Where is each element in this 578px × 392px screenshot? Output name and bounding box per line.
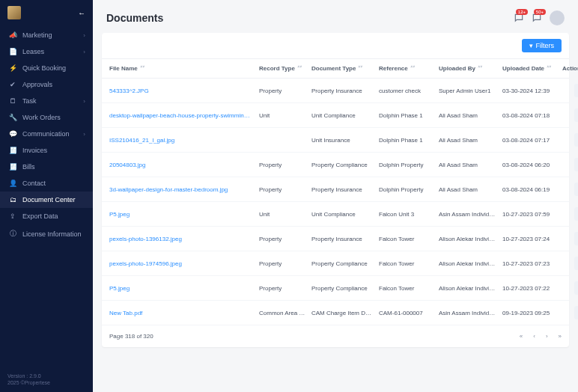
cell-actions: ⬇ (562, 281, 578, 295)
cell-document-type: Unit Insurance (311, 137, 379, 144)
avatar[interactable] (550, 10, 565, 25)
cell-reference: Falcon Unit 3 (379, 211, 439, 218)
sidebar-item-marketing[interactable]: 📣Marketing› (0, 27, 93, 43)
file-name-link[interactable]: pexels-photo-1396132.jpeg (109, 236, 259, 242)
sidebar-item-approvals[interactable]: ✔Approvals (0, 76, 93, 93)
documents-panel: ▾ Filters File Name˄˅ Record Type˄˅ Docu… (102, 33, 569, 347)
table-row: desktop-wallpaper-beach-house-property-s… (102, 103, 569, 128)
sidebar-item-quick-booking[interactable]: ⚡Quick Booking (0, 60, 93, 76)
cell-uploaded-date: 10-27-2023 07:22 (502, 285, 562, 292)
cell-actions: ⬇ (562, 306, 578, 319)
sidebar-item-work-orders[interactable]: 🔧Work Orders (0, 109, 93, 126)
cell-record-type: Common Area Maint… (259, 310, 311, 316)
cell-uploaded-by: Asin Assam Individ… (439, 211, 502, 218)
file-name-link[interactable]: 20504803.jpg (109, 162, 259, 168)
sidebar-item-leases[interactable]: 📄Leases› (0, 43, 93, 60)
sidebar-item-invoices[interactable]: 🧾Invoices (0, 142, 93, 159)
last-page-button[interactable]: » (559, 333, 562, 340)
download-button[interactable]: ⬇ (574, 84, 578, 97)
col-uploaded-date[interactable]: Uploaded Date˄˅ (502, 65, 562, 72)
cell-uploaded-by: Ali Asad Sham (439, 137, 502, 144)
cell-uploaded-date: 03-08-2024 07:18 (502, 112, 562, 119)
sidebar-item-license-information[interactable]: ⓘLicense Information (0, 224, 93, 243)
download-button[interactable]: ⬇ (574, 108, 578, 122)
file-name-link[interactable]: 3d-wallpaper-design-for-master-bedroom.j… (109, 186, 259, 193)
sort-icon: ˄˅ (478, 66, 482, 72)
file-name-link[interactable]: New Tab.pdf (109, 310, 259, 316)
download-button[interactable]: ⬇ (574, 207, 578, 221)
table-row: pexels-photo-1396132.jpegPropertyPropert… (102, 227, 569, 251)
table-row: 3d-wallpaper-design-for-master-bedroom.j… (102, 177, 569, 202)
cell-uploaded-by: Alison Alekar Indivi… (439, 260, 502, 267)
nav-label: Quick Booking (22, 64, 66, 72)
cell-uploaded-date: 03-08-2024 07:17 (502, 137, 562, 144)
cell-reference: Dolphin Phase 1 (379, 137, 439, 144)
sidebar-item-document-center[interactable]: 🗂Document Center (0, 192, 93, 208)
file-name-link[interactable]: pexels-photo-1974596.jpeg (109, 260, 259, 267)
cell-record-type: Unit (259, 112, 311, 119)
cell-reference: Falcon Tower (379, 236, 439, 242)
cell-document-type: Property Insurance (311, 88, 379, 94)
collapse-sidebar-button[interactable]: ← (78, 9, 85, 17)
table-row: ISS210416_21_l_gal.jpgUnit InsuranceDolp… (102, 128, 569, 153)
cell-record-type: Property (259, 236, 311, 242)
first-page-button[interactable]: « (520, 333, 523, 340)
nav-icon: 🧾 (7, 147, 18, 154)
file-name-link[interactable]: ISS210416_21_l_gal.jpg (109, 137, 259, 144)
nav-icon: 🗒 (7, 97, 18, 105)
file-name-link[interactable]: P5.jpeg (109, 211, 259, 218)
cell-record-type: Property (259, 260, 311, 267)
cell-document-type: CAM Charge Item Do… (311, 310, 379, 316)
page-info: Page 318 of 320 (109, 333, 153, 340)
table-row: New Tab.pdfCommon Area Maint…CAM Charge … (102, 301, 569, 325)
sidebar-item-bills[interactable]: 🧾Bills (0, 159, 93, 175)
nav-icon: 💬 (7, 130, 18, 138)
alert-badge: 50+ (534, 9, 546, 15)
cell-reference: customer check (379, 88, 439, 94)
download-button[interactable]: ⬇ (574, 306, 578, 319)
sidebar-item-task[interactable]: 🗒Task› (0, 93, 93, 109)
documents-table: File Name˄˅ Record Type˄˅ Document Type˄… (102, 59, 569, 325)
col-uploaded-by[interactable]: Uploaded By˄˅ (439, 65, 502, 72)
chat-notifications-icon[interactable]: 12+ (514, 13, 524, 23)
filters-button[interactable]: ▾ Filters (522, 39, 562, 52)
sidebar-item-communication[interactable]: 💬Communication› (0, 126, 93, 142)
filters-label: Filters (536, 42, 555, 49)
file-name-link[interactable]: P5.jpeg (109, 285, 259, 292)
cell-document-type: Property Insurance (311, 236, 379, 242)
nav-label: Communication (22, 130, 70, 138)
col-document-type[interactable]: Document Type˄˅ (311, 65, 379, 72)
sidebar-item-export-data[interactable]: ⇪Export Data (0, 208, 93, 224)
cell-actions: ⬇ (562, 257, 578, 270)
cell-uploaded-by: Ali Asad Sham (439, 186, 502, 193)
download-button[interactable]: ⬇ (574, 158, 578, 171)
cell-reference: Falcon Tower (379, 285, 439, 292)
download-button[interactable]: ⬇ (574, 133, 578, 147)
cell-actions: ⬇ (562, 207, 578, 221)
nav-label: Leases (22, 48, 44, 55)
alert-notifications-icon[interactable]: 50+ (532, 13, 542, 23)
nav-label: Document Center (22, 196, 76, 203)
cell-actions: ⬇ (562, 183, 578, 196)
header: Documents 12+ 50+ (93, 0, 578, 33)
sidebar-item-contact[interactable]: 👤Contact (0, 175, 93, 192)
cell-reference: Dolphin Property (379, 186, 439, 193)
cell-document-type: Unit Compliance (311, 112, 379, 119)
nav-icon: 🗂 (7, 196, 18, 203)
version-text: Version : 2.9.0 (7, 373, 85, 379)
sort-icon: ˄˅ (297, 66, 302, 72)
cell-record-type: Unit (259, 211, 311, 218)
cell-record-type: Property (259, 88, 311, 94)
col-file-name[interactable]: File Name˄˅ (109, 65, 259, 72)
download-button[interactable]: ⬇ (574, 257, 578, 270)
file-name-link[interactable]: 543333^2.JPG (109, 88, 259, 94)
col-reference[interactable]: Reference˄˅ (379, 65, 439, 72)
download-button[interactable]: ⬇ (574, 232, 578, 245)
download-button[interactable]: ⬇ (574, 183, 578, 196)
download-button[interactable]: ⬇ (574, 281, 578, 295)
file-name-link[interactable]: desktop-wallpaper-beach-house-property-s… (109, 112, 259, 119)
prev-page-button[interactable]: ‹ (533, 333, 535, 340)
next-page-button[interactable]: › (546, 333, 548, 340)
nav-label: Export Data (22, 212, 58, 220)
col-record-type[interactable]: Record Type˄˅ (259, 65, 311, 72)
